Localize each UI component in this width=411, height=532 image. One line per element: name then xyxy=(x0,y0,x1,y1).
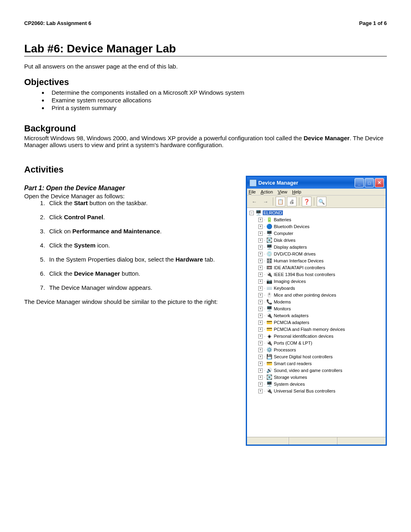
tree-node-label: Smart card readers xyxy=(274,361,311,366)
tree-node[interactable]: +··🔵Bluetooth Devices xyxy=(248,223,385,230)
expand-icon[interactable]: + xyxy=(258,272,263,277)
expand-icon[interactable]: + xyxy=(258,279,263,284)
menu-action[interactable]: Action xyxy=(261,189,273,194)
device-category-icon: 🔌 xyxy=(266,271,272,278)
tree-node[interactable]: +··🔌IEEE 1394 Bus host controllers xyxy=(248,271,385,278)
tree-node[interactable]: +··💽Disk drives xyxy=(248,237,385,244)
tree-node[interactable]: +··💿DVD/CD-ROM drives xyxy=(248,251,385,258)
device-category-icon: 🔌 xyxy=(266,312,272,319)
window-title: Device Manager xyxy=(258,180,354,186)
properties-icon[interactable]: 📋 xyxy=(276,197,285,206)
minimize-button[interactable]: _ xyxy=(355,178,364,187)
tree-node-label: Keyboards xyxy=(274,286,295,291)
expand-icon[interactable]: + xyxy=(258,245,263,249)
tree-node[interactable]: +··🔌Ports (COM & LPT) xyxy=(248,340,385,347)
expand-icon[interactable]: + xyxy=(258,320,263,325)
menu-file[interactable]: File xyxy=(249,189,256,194)
expand-icon[interactable]: + xyxy=(258,382,263,387)
tree-node-label: PCMCIA and Flash memory devices xyxy=(274,327,345,332)
menu-help[interactable]: Help xyxy=(292,189,301,194)
device-category-icon: 💾 xyxy=(266,353,272,360)
device-category-icon: 💳 xyxy=(266,360,272,367)
expand-icon[interactable]: + xyxy=(258,341,263,345)
device-category-icon: 🖥️ xyxy=(266,305,272,312)
activities-heading: Activities xyxy=(24,164,387,175)
device-category-icon: ⌨️ xyxy=(266,285,272,291)
expand-icon[interactable]: + xyxy=(258,259,263,263)
tree-node[interactable]: +··🔌Universal Serial Bus controllers xyxy=(248,388,385,395)
maximize-button[interactable]: □ xyxy=(365,178,374,187)
expand-icon[interactable]: + xyxy=(258,375,263,380)
tree-node[interactable]: +··🔊Sound, video and game controllers xyxy=(248,367,385,374)
expand-icon[interactable]: + xyxy=(258,368,263,373)
step-item: Click on Performance and Maintenance. xyxy=(47,228,238,235)
tree-node[interactable]: +··💽Storage volumes xyxy=(248,374,385,381)
forward-button[interactable]: → xyxy=(261,197,270,206)
tree-node[interactable]: +··📼IDE ATA/ATAPI controllers xyxy=(248,264,385,271)
help-icon[interactable]: ❓ xyxy=(302,197,311,206)
status-bar xyxy=(247,437,386,445)
title-bar[interactable]: Device Manager _ □ ✕ xyxy=(247,177,386,189)
device-manager-window: Device Manager _ □ ✕ File Action View He… xyxy=(246,176,387,446)
back-button[interactable]: ← xyxy=(249,197,259,206)
objective-item: Examine system resource allocations xyxy=(48,97,387,104)
followup-text: The Device Manager window should be simi… xyxy=(24,298,238,305)
device-category-icon: 🖥️ xyxy=(266,381,272,387)
expand-icon[interactable]: + xyxy=(258,362,263,366)
device-category-icon: 🔌 xyxy=(266,388,272,394)
tree-node-label: Ports (COM & LPT) xyxy=(274,341,312,345)
expand-icon[interactable]: + xyxy=(258,389,263,393)
tree-node-label: Modems xyxy=(274,299,291,304)
tree-node[interactable]: +··🔌Network adapters xyxy=(248,312,385,319)
expand-icon[interactable]: + xyxy=(258,231,263,236)
tree-node[interactable]: +··💳PCMCIA and Flash memory devices xyxy=(248,326,385,333)
tree-node-label: Monitors xyxy=(274,306,291,311)
tree-node[interactable]: +··🖱️Mice and other pointing devices xyxy=(248,292,385,299)
menu-bar: File Action View Help xyxy=(247,189,386,195)
collapse-icon[interactable]: − xyxy=(249,211,254,215)
expand-icon[interactable]: + xyxy=(258,314,263,318)
tree-node[interactable]: +··📞Modems xyxy=(248,299,385,305)
expand-icon[interactable]: + xyxy=(258,238,263,243)
device-tree[interactable]: − 🖥️ ELROND +··🔋Batteries+··🔵Bluetooth D… xyxy=(247,208,386,437)
menu-view[interactable]: View xyxy=(278,189,287,194)
intro-text: Put all answers on the answer page at th… xyxy=(24,63,387,70)
tree-node-label: Imaging devices xyxy=(274,279,306,284)
step-item: Click the Device Manager button. xyxy=(47,270,238,277)
expand-icon[interactable]: + xyxy=(258,252,263,256)
tree-node[interactable]: +··⚙️Processors xyxy=(248,347,385,353)
tree-node[interactable]: +··💳PCMCIA adapters xyxy=(248,319,385,326)
objective-item: Print a system summary xyxy=(48,104,387,111)
print-icon[interactable]: 🖨 xyxy=(287,197,297,206)
expand-icon[interactable]: + xyxy=(258,218,263,222)
scan-icon[interactable]: 🔍 xyxy=(317,197,326,206)
tree-node-label: DVD/CD-ROM drives xyxy=(274,251,316,256)
device-category-icon: 💳 xyxy=(266,326,272,332)
tree-node[interactable]: +··◈Personal identification devices xyxy=(248,333,385,340)
tree-node-label: Storage volumes xyxy=(274,375,307,380)
tree-node[interactable]: +··💾Secure Digital host controllers xyxy=(248,353,385,360)
expand-icon[interactable]: + xyxy=(258,307,263,311)
expand-icon[interactable]: + xyxy=(258,266,263,270)
expand-icon[interactable]: + xyxy=(258,334,263,339)
expand-icon[interactable]: + xyxy=(258,300,263,304)
expand-icon[interactable]: + xyxy=(258,293,263,297)
document-header: CP2060: Lab Assignment 6 Page 1 of 6 xyxy=(24,20,387,26)
tree-root[interactable]: − 🖥️ ELROND xyxy=(248,210,385,216)
tree-node[interactable]: +··🖥️Monitors xyxy=(248,305,385,312)
tree-node[interactable]: +··📷Imaging devices xyxy=(248,278,385,285)
expand-icon[interactable]: + xyxy=(258,286,263,291)
expand-icon[interactable]: + xyxy=(258,348,263,352)
expand-icon[interactable]: + xyxy=(258,224,263,229)
tree-node[interactable]: +··🔋Batteries xyxy=(248,216,385,223)
expand-icon[interactable]: + xyxy=(258,327,263,332)
expand-icon[interactable]: + xyxy=(258,355,263,359)
tree-node[interactable]: +··🖥️System devices xyxy=(248,381,385,388)
objective-item: Determine the components installed on a … xyxy=(48,89,387,96)
tree-node[interactable]: +··🖥️Display adapters xyxy=(248,244,385,251)
tree-node[interactable]: +··🖥️Computer xyxy=(248,230,385,237)
tree-node[interactable]: +··⌨️Keyboards xyxy=(248,285,385,292)
tree-node[interactable]: +··💳Smart card readers xyxy=(248,360,385,367)
close-button[interactable]: ✕ xyxy=(375,178,384,187)
tree-node[interactable]: +··🎛️Human Interface Devices xyxy=(248,258,385,264)
